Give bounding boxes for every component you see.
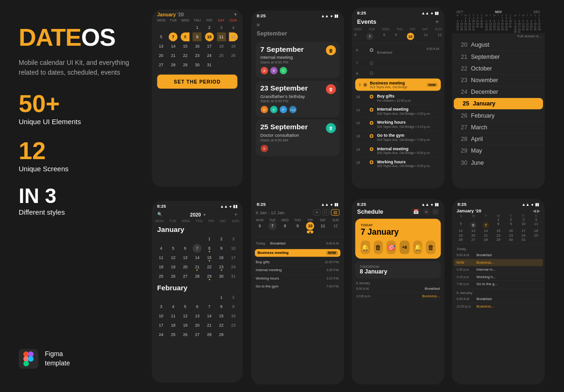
event-8: 8 — [352, 68, 444, 77]
status-bar-m6: 8:25 ▲▲●▮▮ — [352, 199, 444, 207]
month-item-feb[interactable]: 26 February — [452, 110, 545, 121]
month-item-sep[interactable]: 21 September — [452, 51, 545, 63]
left-panel: DATEOS Mobile calendar UI Kit, and every… — [0, 0, 149, 392]
stats-section: 50+ Unique UI Elements 12 Unique Screens… — [19, 91, 131, 229]
feb-title: February — [152, 282, 243, 293]
jan-card: TODAY 7 January 🔔 🗑 🎯 +8 🔔 🗑 — [355, 219, 441, 259]
week-event-internal: Internal meeting 3:30 P.M. — [255, 266, 340, 274]
month-item-nov[interactable]: 23 November — [452, 75, 545, 86]
jan-year-label: January '20 — [457, 209, 481, 214]
tagline: Mobile calendar UI Kit, and everything r… — [19, 58, 131, 77]
small-cal-jan: 1234 567891011 12131415161718 1920212223… — [452, 217, 545, 242]
status-bar-m5: 8:25 ▲▲●▮▮ — [251, 199, 344, 207]
calendar-grid-jan1: 1234 5789101112 13141516171819 202122232… — [152, 23, 243, 71]
event-card-2: 🗑 23 September Grandfather's birthday St… — [256, 81, 339, 118]
event-working: 12 Working hours933 Taylor Ave, Old Brid… — [352, 118, 444, 131]
logo: DATEOS — [19, 23, 131, 51]
event-internal: 11 Internal meeting933 Taylor Ave, Old B… — [352, 105, 444, 118]
next-day-card: TOMORROW 8 January — [355, 261, 441, 279]
month-item-oct[interactable]: 22 October — [452, 63, 545, 74]
stat-number-1: 50+ — [19, 91, 131, 116]
mockup-period-selector: January '20 ▼ MONTUEWEDTHUFRISATSUN 1234… — [152, 9, 243, 187]
status-bar-m3: 8:25 ▲▲●▮▮ — [251, 10, 344, 19]
week-days-row: MON 6 TUE 7 WED 8 THU 9 FRI 10 ▲ SAT — [251, 217, 344, 235]
figma-icon — [19, 349, 38, 369]
week-event-working: Working hours 3:15 P.M. — [255, 274, 340, 282]
calendar-days-header: MONTUEWEDTHUFRISATSUN — [152, 17, 243, 23]
avatars-2: D E F +12 — [260, 105, 335, 113]
month-item-may[interactable]: 29 May — [452, 145, 545, 157]
sched-8jan-breakfast: 9:00 A.M. Breakfast — [452, 296, 545, 303]
status-bar-m8: 8:25 ▲▲●▮▮ — [452, 199, 545, 207]
month-list: 20 August 21 September 22 October 23 Nov… — [452, 39, 545, 168]
stat-label-1: Unique UI Elements — [19, 118, 131, 126]
delete-icon-2[interactable]: 🗑 — [326, 84, 336, 94]
month-item-mar[interactable]: 27 March — [452, 121, 545, 133]
event-working2: 15 Working hours933 Taylor Ave, Old Brid… — [352, 157, 444, 170]
mockup-year-months: OCTNOVDEC MTWTFSS 12345 6789101112 13141… — [452, 7, 545, 189]
september-label: September — [251, 30, 344, 39]
month-item-jun[interactable]: 30 June — [452, 157, 545, 168]
set-period-button[interactable]: SET THE PERIOD — [157, 75, 238, 89]
highlighted-event-row: 9 Business meeting 913 Taylor Ave, Old B… — [355, 78, 441, 91]
event-date-1: 7 September — [260, 45, 335, 53]
mockup-schedule: 8:25 ▲▲●▮▮ Schedule 📅 ≡ □ TODAY 7 Januar… — [352, 199, 444, 385]
sched-business: NOW Business... — [454, 259, 543, 266]
stat-number-2: 12 — [19, 139, 131, 163]
week-event-breakfast: Today Breakfast 9:00 A.M. — [255, 239, 340, 247]
stat-label-3: Different styles — [19, 208, 131, 216]
event-gym: 13 Go to the gym923 Taylor Ave, Old Brid… — [352, 131, 444, 144]
event-7: 7 — [352, 58, 444, 68]
status-bar-m2: 8:25 ▲▲●▮▮ — [152, 201, 243, 209]
sched-breakfast: 9:00 A.M. Breakfast — [454, 252, 543, 259]
week-event-business: Business meeting NOW — [255, 249, 340, 257]
event-title-2: Grandfather's birthday — [260, 94, 335, 99]
week-range: 6 Jan - 12 Jan — [256, 210, 284, 215]
sched-8jan-business: 12:00 p.m. Business... — [452, 303, 545, 310]
logo-os: OS — [81, 24, 115, 51]
month-item-aug[interactable]: 20 August — [452, 39, 545, 51]
year-selector[interactable]: 2020 ▼ — [185, 210, 212, 218]
month-item-apr[interactable]: 28 April — [452, 133, 545, 145]
avatars-1: A B C — [260, 67, 335, 75]
delete-icon-1[interactable]: 🗑 — [326, 45, 336, 55]
event-internal2: 14 Internal meeting933 Taylor Ave, Old B… — [352, 144, 444, 157]
event-sub-2: Starts at 9:00 PM — [260, 99, 335, 103]
event-title-1: Internal meeting — [260, 55, 335, 60]
figma-section: Figma template — [19, 349, 131, 369]
events-title: Events — [357, 18, 376, 25]
month-item-dec[interactable]: 24 December — [452, 86, 545, 98]
delete-icon-3[interactable]: 🗑 — [326, 123, 336, 133]
event-buy-gifts: 10 Buy giftsFor children • 12:00 p.m. — [352, 91, 444, 104]
mockups-grid: January '20 ▼ MONTUEWEDTHUFRISATSUN 1234… — [149, 0, 564, 392]
sched-gym: 7:00 p.m. Go to the g... — [454, 281, 543, 288]
month-item-jan-highlighted[interactable]: 25 January — [454, 98, 543, 110]
event-sub-1: Starts at 9:00 PM — [260, 60, 335, 64]
week-event-gifts: Buy gifts 12:00 P.M. — [255, 258, 340, 266]
fullscreen-label: Full screen d... — [452, 33, 545, 39]
event-title-3: Doctor consultation — [260, 133, 335, 138]
mockup-events-list: 8:25 ▲▲●▮▮ Events + MONTUEWEDTHUFRISATSU… — [352, 7, 444, 189]
status-bar-m4: 8:25 ▲▲●▮▮ — [352, 7, 444, 16]
stat-label-2: Unique Screens — [19, 165, 131, 173]
event-date-3: 25 September — [260, 123, 335, 131]
event-card-1: 🗑 7 September Internal meeting Starts at… — [256, 42, 339, 78]
mockup-jan-schedule: 8:25 ▲▲●▮▮ January '20 ◀ ▶ SMTWTFS 1234 … — [452, 199, 545, 385]
mockup-jan-feb-calendar: 8:25 ▲▲●▮▮ 🔍 2020 ▼ + MONTUEWEDTHUFRISAT… — [152, 201, 243, 383]
sched-internal: 2:30 p.m. Internal m... — [454, 266, 543, 274]
logo-date: DATE — [19, 24, 81, 51]
svg-point-5 — [23, 361, 29, 366]
figma-label: Figma template — [45, 350, 70, 368]
week-event-gym: Go to the gym 7:00 P.M. — [255, 283, 340, 290]
event-6: 6 Breakfast 9:00 A.M. — [352, 45, 444, 58]
event-sub-3: Starts at 9:00 AM — [260, 138, 335, 142]
schedule-title: Schedule — [357, 209, 383, 216]
cal-grid-feb: 12 3456789 10111213141516 17181920212223… — [152, 293, 243, 341]
sched-working: 3:15 p.m. Working h... — [454, 273, 543, 281]
cal-grid-jan: 123 45678910 11121314151617 181920212223… — [152, 234, 243, 282]
svg-point-4 — [28, 356, 34, 362]
mockup-week-view: 8:25 ▲▲●▮▮ 6 Jan - 12 Jan ≡ □ ▤ MON 6 TU… — [251, 199, 344, 385]
event-date-2: 23 September — [260, 84, 335, 92]
year-title: January '20 — [157, 12, 184, 17]
stat-number-3: IN 3 — [19, 186, 131, 206]
